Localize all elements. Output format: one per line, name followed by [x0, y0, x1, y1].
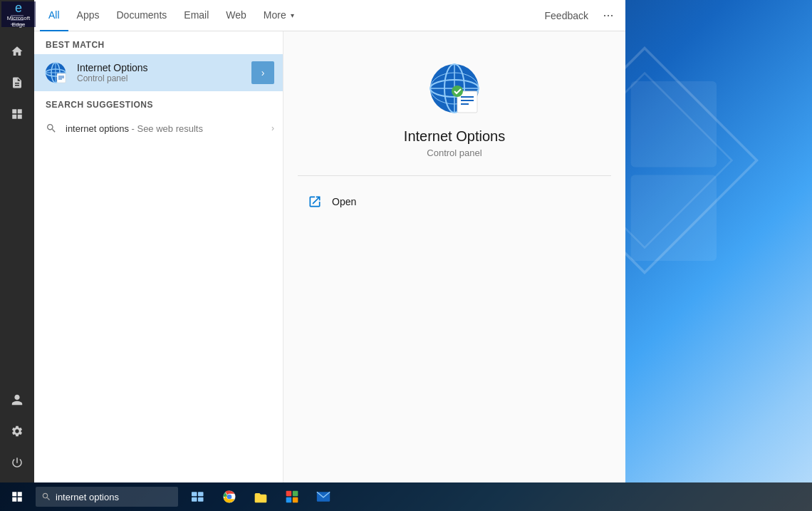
nav-tabs: All Apps Documents Email Web More ▾ Feed…	[34, 0, 625, 31]
feedback-button[interactable]: Feedback	[536, 0, 597, 31]
tab-more[interactable]: More ▾	[255, 0, 303, 31]
internet-options-icon	[43, 60, 68, 86]
store-icon[interactable]	[278, 482, 306, 511]
task-view-icon[interactable]	[184, 482, 212, 511]
search-panel: All Apps Documents Email Web More ▾ Feed…	[34, 0, 625, 482]
sidebar	[0, 0, 34, 482]
user-icon[interactable]	[3, 386, 31, 414]
mail-icon[interactable]	[309, 482, 338, 511]
result-arrow[interactable]: ›	[251, 61, 274, 84]
more-options-button[interactable]: ···	[597, 4, 620, 27]
svg-rect-31	[192, 497, 197, 502]
start-button[interactable]	[0, 482, 34, 511]
tab-apps[interactable]: Apps	[68, 0, 108, 31]
ms-edge-widget: e Microsoft Edge	[1, 1, 36, 27]
chevron-down-icon: ▾	[291, 11, 294, 19]
svg-rect-38	[293, 497, 298, 503]
suggestions-label: Search suggestions	[34, 91, 283, 114]
search-input[interactable]	[56, 492, 170, 502]
tiles-icon[interactable]	[3, 100, 31, 128]
content-area: Best match	[34, 31, 625, 482]
detail-divider	[298, 175, 611, 176]
edge-label: Microsoft Edge	[7, 16, 30, 29]
results-list: Best match	[34, 31, 283, 482]
open-icon	[306, 193, 323, 210]
svg-rect-37	[286, 497, 292, 503]
taskbar-search[interactable]	[36, 487, 178, 507]
svg-rect-30	[198, 492, 204, 496]
svg-rect-29	[192, 492, 197, 496]
svg-point-34	[227, 495, 232, 500]
detail-title: Internet Options	[404, 128, 505, 145]
result-subtitle: Control panel	[77, 73, 251, 83]
search-suggestion-icon	[43, 120, 60, 137]
svg-rect-32	[198, 497, 204, 502]
result-item-internet-options[interactable]: Internet Options Control panel ›	[34, 54, 283, 91]
svg-rect-35	[286, 491, 292, 497]
notes-icon[interactable]	[3, 68, 31, 97]
taskbar-icons	[184, 482, 338, 511]
open-label: Open	[332, 196, 356, 207]
power-icon[interactable]	[3, 448, 31, 477]
home-icon[interactable]	[3, 37, 31, 66]
settings-icon[interactable]	[3, 417, 31, 445]
detail-app-icon	[426, 60, 483, 117]
suggestion-item[interactable]: internet options - See web results ›	[34, 114, 283, 143]
tab-all[interactable]: All	[40, 0, 68, 31]
tab-email[interactable]: Email	[175, 0, 217, 31]
tab-web[interactable]: Web	[217, 0, 255, 31]
detail-subtitle: Control panel	[427, 148, 482, 158]
svg-point-28	[452, 86, 463, 97]
file-explorer-icon[interactable]	[246, 482, 275, 511]
result-title: Internet Options	[77, 62, 251, 73]
suggestion-text: internet options - See web results	[66, 123, 203, 134]
taskbar	[0, 482, 812, 511]
suggestion-chevron-icon: ›	[271, 123, 274, 133]
best-match-label: Best match	[34, 31, 283, 54]
edge-logo: e	[15, 1, 22, 16]
open-action[interactable]: Open	[298, 187, 611, 216]
tab-documents[interactable]: Documents	[108, 0, 175, 31]
detail-panel: Internet Options Control panel Open	[283, 31, 625, 482]
chrome-icon[interactable]	[215, 482, 244, 511]
svg-rect-36	[293, 491, 298, 497]
